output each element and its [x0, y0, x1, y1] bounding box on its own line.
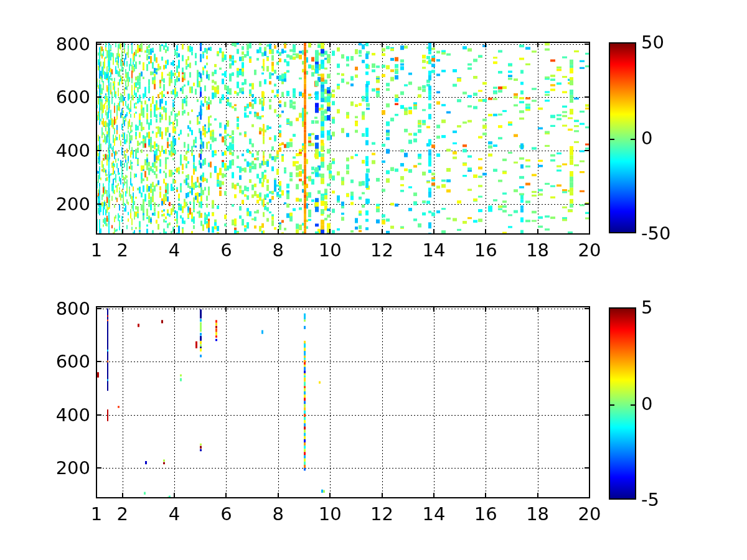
bottom-colorbar-gradient	[610, 309, 635, 498]
bottom-colorbar	[609, 307, 636, 500]
colorbar-tick	[631, 404, 635, 406]
top-colorbar-gradient	[610, 44, 635, 232]
colorbar-tick	[610, 404, 614, 406]
colorbar-tick	[610, 139, 614, 140]
colorbar-tick	[631, 139, 635, 140]
figure: 1246810121416182020040060080012468101214…	[0, 0, 747, 560]
top-colorbar	[609, 42, 636, 233]
